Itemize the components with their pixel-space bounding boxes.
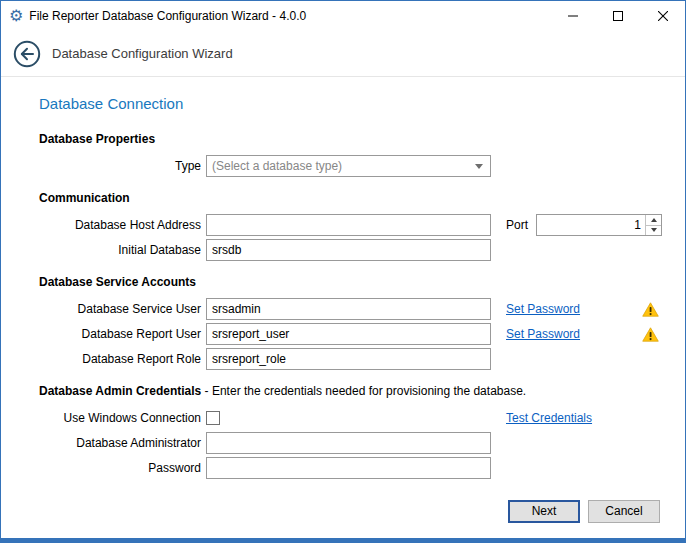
cancel-button[interactable]: Cancel xyxy=(588,500,660,523)
wizard-header-title: Database Configuration Wizard xyxy=(52,46,233,61)
admin-extra xyxy=(496,432,661,454)
wizard-header: Database Configuration Wizard xyxy=(1,31,685,77)
service-user-row: Database Service User Set Password xyxy=(39,298,661,320)
section-service-accounts: Database Service Accounts xyxy=(39,275,661,289)
initial-db-input[interactable] xyxy=(206,239,491,261)
service-user-set-password-link[interactable]: Set Password xyxy=(506,302,580,316)
section-admin-credentials: Database Admin Credentials - Enter the c… xyxy=(39,384,661,398)
use-windows-connection-label: Use Windows Connection xyxy=(39,411,201,425)
report-role-row: Database Report Role xyxy=(39,348,661,370)
test-credentials-link[interactable]: Test Credentials xyxy=(506,411,592,425)
warning-icon xyxy=(642,327,659,342)
database-type-placeholder: (Select a database type) xyxy=(212,159,342,173)
gear-app-icon: ⚙ xyxy=(9,8,23,24)
port-group: Port xyxy=(496,214,664,236)
use-windows-connection-checkbox[interactable] xyxy=(206,411,220,425)
port-spin-down-button[interactable] xyxy=(646,225,661,236)
close-button[interactable] xyxy=(640,1,685,31)
report-user-extra: Set Password xyxy=(496,323,661,345)
checkbox-cell xyxy=(206,411,491,425)
chevron-down-icon xyxy=(475,164,483,169)
report-user-row: Database Report User Set Password xyxy=(39,323,661,345)
section-database-properties: Database Properties xyxy=(39,132,661,146)
type-row-extra xyxy=(496,155,661,177)
initial-db-label: Initial Database xyxy=(39,243,201,257)
service-user-input[interactable] xyxy=(206,298,491,320)
port-spin-up-button[interactable] xyxy=(646,215,661,225)
password-extra xyxy=(496,457,661,479)
password-row: Password xyxy=(39,457,661,479)
host-input[interactable] xyxy=(206,214,491,236)
report-user-input[interactable] xyxy=(206,323,491,345)
spin-up-icon xyxy=(651,218,657,222)
service-user-extra: Set Password xyxy=(496,298,661,320)
warning-icon xyxy=(642,302,659,317)
maximize-button[interactable] xyxy=(595,1,640,31)
database-administrator-label: Database Administrator xyxy=(39,436,201,450)
footer: Next Cancel xyxy=(1,494,685,538)
titlebar: ⚙ File Reporter Database Configuration W… xyxy=(1,1,685,31)
admin-credentials-title: Database Admin Credentials xyxy=(39,384,201,398)
report-user-set-password-link[interactable]: Set Password xyxy=(506,327,580,341)
host-label: Database Host Address xyxy=(39,218,201,232)
close-icon xyxy=(658,11,668,21)
report-user-label: Database Report User xyxy=(39,327,201,341)
minimize-button[interactable] xyxy=(550,1,595,31)
port-label: Port xyxy=(506,218,528,232)
windows-connection-extra: Test Credentials xyxy=(496,407,661,429)
type-row: Type (Select a database type) xyxy=(39,155,661,177)
section-communication: Communication xyxy=(39,191,661,205)
spin-down-icon xyxy=(651,228,657,232)
database-administrator-input[interactable] xyxy=(206,432,491,454)
report-role-input[interactable] xyxy=(206,348,491,370)
next-button[interactable]: Next xyxy=(508,500,580,523)
windows-connection-row: Use Windows Connection Test Credentials xyxy=(39,407,661,429)
initial-db-extra xyxy=(496,239,661,261)
service-user-label: Database Service User xyxy=(39,302,201,316)
window-controls xyxy=(550,1,685,31)
report-role-label: Database Report Role xyxy=(39,352,201,366)
admin-credentials-subtitle: - Enter the credentials needed for provi… xyxy=(201,384,526,398)
page-title: Database Connection xyxy=(39,95,661,112)
password-label: Password xyxy=(39,461,201,475)
database-type-select[interactable]: (Select a database type) xyxy=(206,155,491,177)
back-button[interactable] xyxy=(13,40,41,68)
type-label: Type xyxy=(39,159,201,173)
port-spin-buttons xyxy=(645,215,661,235)
maximize-icon xyxy=(613,11,623,21)
back-arrow-icon xyxy=(13,40,41,68)
initial-db-row: Initial Database xyxy=(39,239,661,261)
wizard-window: ⚙ File Reporter Database Configuration W… xyxy=(0,0,686,543)
admin-row: Database Administrator xyxy=(39,432,661,454)
content-area: Database Connection Database Properties … xyxy=(1,77,685,494)
port-input[interactable] xyxy=(536,214,662,236)
port-spinner xyxy=(536,214,662,236)
host-row: Database Host Address Port xyxy=(39,214,661,236)
report-role-extra xyxy=(496,348,661,370)
password-input[interactable] xyxy=(206,457,491,479)
minimize-icon xyxy=(568,11,578,21)
window-title: File Reporter Database Configuration Wiz… xyxy=(29,9,306,23)
